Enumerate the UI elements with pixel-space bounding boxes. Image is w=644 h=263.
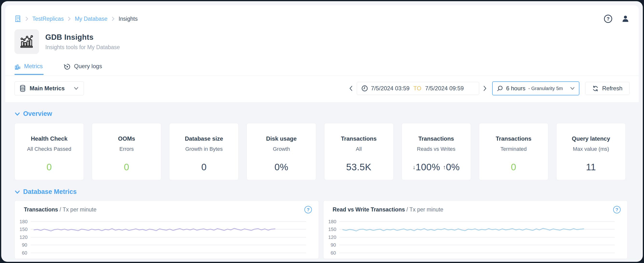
card-title: Disk usage: [266, 135, 297, 142]
page-title: GDB Insights: [45, 33, 120, 42]
card-value: 0%: [274, 162, 288, 172]
granularity-select[interactable]: 6 hours - Granularity 5m: [492, 81, 580, 95]
gdb-insights-icon: [14, 29, 39, 54]
y-tick-label: 150: [328, 227, 339, 232]
app-window: TestReplicas My Database Insights ?: [1, 1, 643, 262]
chart-help-icon[interactable]: ?: [613, 206, 620, 213]
database-metrics-section-toggle[interactable]: Database Metrics: [14, 188, 77, 196]
y-tick-label: 60: [328, 250, 339, 256]
card-database-size[interactable]: Database size Growth in Bytes 0: [169, 123, 238, 180]
breadcrumb-separator-icon: [68, 16, 71, 21]
card-title: OOMs: [118, 135, 135, 142]
tab-query-logs-label: Query logs: [74, 63, 102, 70]
card-value: 53.5K: [346, 162, 371, 172]
help-icon[interactable]: ?: [604, 15, 612, 23]
metric-group-select[interactable]: Main Metrics: [14, 81, 84, 95]
breadcrumb: TestReplicas My Database Insights: [14, 15, 138, 22]
card-subtitle: All: [356, 146, 362, 152]
organization-icon[interactable]: [14, 15, 21, 22]
card-title: Query latency: [572, 135, 610, 142]
topbar: TestReplicas My Database Insights ?: [14, 14, 630, 23]
card-value: 0: [124, 162, 129, 172]
y-tick-label: 150: [20, 227, 30, 232]
overview-section-title: Overview: [23, 110, 52, 118]
overview-cards: Health Check All Checks Passed 0 OOMs Er…: [14, 123, 626, 180]
granularity-value: 6 hours: [506, 85, 526, 92]
database-icon: [20, 85, 26, 92]
card-title: Health Check: [31, 135, 68, 142]
header-panel: TestReplicas My Database Insights ?: [5, 5, 639, 102]
card-subtitle: Max value (ms): [573, 146, 609, 152]
date-range-end: 7/5/2024 09:59: [425, 85, 464, 92]
y-tick-label: 60: [20, 250, 30, 256]
chevron-down-icon: [14, 190, 20, 194]
card-transactions-reads-writes[interactable]: Transactions Reads vs Writes ↓100% ↑0%: [402, 123, 471, 180]
card-subtitle: All Checks Passed: [27, 146, 71, 152]
card-disk-usage[interactable]: Disk usage Growth 0%: [246, 123, 316, 180]
y-tick-label: 120: [328, 235, 339, 240]
topbar-actions: ?: [604, 15, 630, 23]
card-health-check[interactable]: Health Check All Checks Passed 0: [14, 123, 84, 180]
date-prev-button[interactable]: [348, 85, 353, 91]
granularity-detail: - Granularity 5m: [528, 86, 563, 91]
card-value: 11: [586, 162, 596, 172]
card-subtitle: Growth: [273, 146, 290, 152]
chevron-right-icon: [483, 85, 487, 91]
y-tick-label: 180: [328, 219, 339, 225]
card-subtitle: Reads vs Writes: [417, 146, 456, 152]
card-title: Transactions: [496, 135, 532, 142]
tab-bar: Metrics Query logs: [14, 61, 102, 75]
page-title-block: GDB Insights Insights tools for My Datab…: [45, 33, 120, 50]
card-transactions-all[interactable]: Transactions All 53.5K: [324, 123, 394, 180]
chart-transactions: Transactions / Tx per minute ? 180 150 1…: [14, 200, 319, 259]
card-subtitle: Growth in Bytes: [185, 146, 223, 152]
tabs-divider: [5, 75, 639, 76]
card-value: 0: [46, 162, 52, 172]
line-series-transactions: [34, 222, 275, 253]
page-subtitle: Insights tools for My Database: [45, 44, 120, 50]
chevron-left-icon: [349, 85, 353, 91]
breadcrumb-separator-icon: [25, 16, 28, 21]
chart-read-write-transactions: Read vs Write Transactions / Tx per minu…: [323, 200, 628, 259]
date-next-button[interactable]: [482, 85, 487, 91]
breadcrumb-link-database[interactable]: My Database: [75, 16, 108, 22]
card-transactions-terminated[interactable]: Transactions Terminated 0: [479, 123, 548, 180]
metric-group-select-value: Main Metrics: [30, 85, 70, 92]
date-range-start: 7/5/2024 03:59: [371, 85, 410, 92]
card-title: Transactions: [418, 135, 454, 142]
chart-title: Transactions / Tx per minute: [24, 206, 96, 213]
card-ooms[interactable]: OOMs Errors 0: [92, 123, 161, 180]
card-value: ↓100% ↑0%: [412, 162, 460, 172]
toolbar: Main Metrics: [14, 81, 630, 95]
card-value: 0: [511, 162, 516, 172]
breadcrumb-link-project[interactable]: TestReplicas: [32, 16, 64, 22]
card-query-latency[interactable]: Query latency Max value (ms) 11: [556, 123, 626, 180]
date-range-separator: TO: [413, 85, 421, 92]
tab-metrics[interactable]: Metrics: [14, 61, 43, 75]
search-icon: [496, 85, 503, 92]
overview-section-toggle[interactable]: Overview: [14, 110, 52, 118]
chart-help-icon[interactable]: ?: [304, 206, 312, 213]
toolbar-right: 7/5/2024 03:59 TO 7/5/2024 09:59: [348, 81, 630, 95]
page-head: GDB Insights Insights tools for My Datab…: [14, 29, 120, 54]
y-tick-label: 180: [20, 219, 30, 225]
line-series-reads: [343, 222, 584, 253]
chevron-down-icon: [14, 112, 20, 116]
date-range-picker[interactable]: 7/5/2024 03:59 TO 7/5/2024 09:59: [357, 82, 479, 95]
chevron-down-icon: [74, 87, 79, 90]
trend-arrow-icon: ↓: [412, 164, 416, 170]
refresh-label: Refresh: [602, 85, 622, 92]
card-title: Transactions: [341, 135, 377, 142]
refresh-icon: [592, 85, 599, 92]
card-subtitle: Errors: [119, 146, 134, 152]
tab-query-logs[interactable]: Query logs: [64, 61, 102, 75]
breadcrumb-current: Insights: [118, 16, 138, 22]
database-metrics-section-title: Database Metrics: [23, 188, 77, 196]
y-tick-label: 120: [20, 235, 30, 240]
user-icon[interactable]: [621, 15, 630, 23]
card-value: 0: [201, 162, 206, 172]
chart-row: Transactions / Tx per minute ? 180 150 1…: [14, 200, 628, 259]
refresh-button[interactable]: Refresh: [585, 82, 630, 95]
card-subtitle: Terminated: [500, 146, 526, 152]
y-tick-label: 90: [20, 242, 30, 248]
